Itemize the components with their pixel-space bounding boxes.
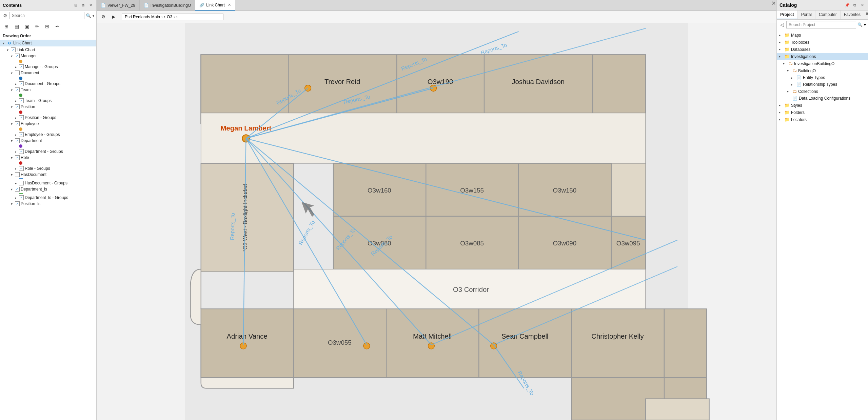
restore-icon[interactable]: ⧉: [80, 2, 86, 8]
catalog-pin-icon[interactable]: 📌: [844, 2, 850, 8]
tab-close-icon[interactable]: ✕: [228, 3, 231, 7]
tree-row-team-groups[interactable]: ▸ ✓ Team - Groups: [0, 98, 96, 104]
tree-row-department-groups[interactable]: ▸ ✓ Department - Groups: [0, 148, 96, 155]
catalog-item-styles[interactable]: ▸ 📁 Styles: [777, 102, 868, 109]
tool-sketch-icon[interactable]: ✒: [53, 22, 62, 31]
checkbox-manager-groups[interactable]: ✓: [19, 64, 24, 69]
expand-collections: ▸: [787, 89, 791, 93]
catalog-item-entity-types[interactable]: ▸ 📄 Entity Types: [777, 74, 868, 81]
catalog-dropdown-icon[interactable]: ▾: [864, 22, 866, 27]
tab-viewer-fw29-label: Viewer_FW_29: [107, 3, 135, 8]
search-icon[interactable]: 🔍: [86, 13, 91, 18]
window-close-icon[interactable]: ✕: [770, 0, 776, 6]
tree-row-department[interactable]: ▾ ✓ Department: [0, 138, 96, 144]
folder-collections-icon: 🗂: [792, 89, 797, 94]
catalog-item-toolboxes[interactable]: ▸ 📁 Toolboxes: [777, 39, 868, 46]
checkbox-employee-groups[interactable]: ✓: [19, 132, 24, 137]
tree-row-employee-groups[interactable]: ▸ ✓ Employee - Groups: [0, 132, 96, 138]
tree-item-root: ▾ ⚙ Link Chart ▾ ✓ Link Chart ▾ ✓ Manage…: [0, 39, 96, 207]
checkbox-document[interactable]: [15, 71, 20, 75]
label-joshua: Joshua Davidson: [512, 78, 565, 85]
catalog-item-maps[interactable]: ▸ 📁 Maps: [777, 32, 868, 39]
search-input[interactable]: [9, 12, 84, 19]
catalog-item-data-loading[interactable]: 📄 Data Loading Configurations: [777, 95, 868, 102]
checkbox-position-ls[interactable]: ✓: [15, 201, 20, 206]
checkbox-team-groups[interactable]: ✓: [19, 98, 24, 103]
tree-row-employee[interactable]: ▾ ✓ Employee: [0, 121, 96, 127]
tab-viewer-fw29[interactable]: 📄 Viewer_FW_29: [97, 0, 140, 11]
tool-edit-icon[interactable]: ✏: [33, 22, 41, 31]
catalog-item-investigation-building0[interactable]: ▾ 🗂 InvestigationBuildingO: [777, 60, 868, 67]
tool-select-icon[interactable]: ▣: [22, 22, 31, 31]
tree-row-manager-groups[interactable]: ▸ ✓ Manager - Groups: [0, 64, 96, 70]
expand-toolboxes: ▸: [779, 40, 783, 44]
tool-zoom-icon[interactable]: ⊞: [2, 22, 11, 31]
checkbox-role-groups[interactable]: ✓: [19, 166, 24, 171]
tree-row-department-ls[interactable]: ▾ ✓ Department_ls: [0, 186, 96, 192]
checkbox-hasdocument[interactable]: [15, 172, 20, 177]
tree-row-deptls-groups[interactable]: ▸ ✓ Department_ls - Groups: [0, 195, 96, 201]
tool-grid-icon[interactable]: ⊞: [43, 22, 52, 31]
tree-row-document[interactable]: ▾ Document: [0, 70, 96, 76]
tree-row-position-groups[interactable]: ▸ ✓ Position - Groups: [0, 115, 96, 121]
tree-row-role-groups[interactable]: ▸ ✓ Role - Groups: [0, 165, 96, 172]
tree-row-document-groups[interactable]: ▸ ✓ Document - Groups: [0, 81, 96, 87]
catalog-tab-computer[interactable]: Computer: [815, 11, 841, 19]
checkbox-linkchart[interactable]: ✓: [11, 47, 16, 52]
catalog-back-icon[interactable]: ◁: [779, 22, 785, 28]
tree-row-team[interactable]: ▾ ✓ Team: [0, 87, 96, 93]
catalog-item-databases[interactable]: ▸ 📁 Databases: [777, 46, 868, 53]
expand-arrow-department: ▾: [11, 139, 15, 143]
catalog-item-investigations[interactable]: ▾ 📁 Investigations: [777, 53, 868, 60]
tree-row-manager[interactable]: ▾ ✓ Manager: [0, 53, 96, 59]
tool-layer-icon[interactable]: ▤: [12, 22, 21, 31]
catalog-close-icon[interactable]: ✕: [859, 2, 865, 8]
catalog-item-relationship-types[interactable]: ▸ 📄 Relationship Types: [777, 81, 868, 88]
close-icon[interactable]: ✕: [87, 2, 94, 8]
catalog-restore-icon[interactable]: ⧉: [852, 2, 858, 8]
checkbox-department[interactable]: ✓: [15, 138, 20, 143]
catalog-search-input[interactable]: [786, 21, 856, 28]
checkbox-employee[interactable]: ✓: [15, 121, 20, 126]
catalog-tab-portal[interactable]: Portal: [798, 11, 815, 19]
checkbox-position-groups[interactable]: ✓: [19, 115, 24, 120]
checkbox-deptls-groups[interactable]: ✓: [19, 195, 24, 200]
tab-bar: 📄 Viewer_FW_29 📄 InvestigationBuildingO …: [97, 0, 776, 11]
tree-item-linkchart-root[interactable]: ▾ ⚙ Link Chart: [0, 40, 96, 46]
checkbox-position[interactable]: ✓: [15, 104, 20, 109]
checkbox-document-groups[interactable]: ✓: [19, 81, 24, 86]
tree-label-deptls-groups: Department_ls - Groups: [25, 195, 68, 200]
play-tool-btn[interactable]: ▶: [109, 13, 118, 21]
checkbox-manager[interactable]: ✓: [15, 54, 20, 58]
checkbox-team[interactable]: ✓: [15, 87, 20, 92]
catalog-item-collections[interactable]: ▸ 🗂 Collections: [777, 88, 868, 95]
checkbox-department-groups[interactable]: ✓: [19, 149, 24, 154]
collapse-icon[interactable]: ⊟: [73, 2, 79, 8]
tree-row-linkchart[interactable]: ▾ ✓ Link Chart: [0, 47, 96, 53]
tab-link-chart[interactable]: 🔗 Link Chart ✕: [195, 0, 235, 11]
expand-arrow-posls: ▾: [11, 202, 15, 206]
catalog-search-icon[interactable]: 🔍: [857, 22, 863, 27]
filter-tool-btn[interactable]: ⚙: [99, 13, 108, 21]
catalog-tab-settings-icon[interactable]: ⊞: [864, 11, 868, 17]
tree-row-position[interactable]: ▾ ✓ Position: [0, 104, 96, 110]
dropdown-icon[interactable]: ▾: [93, 14, 94, 18]
checkbox-department-ls[interactable]: ✓: [15, 187, 20, 192]
dot-employee: [19, 127, 22, 131]
checkbox-hasdocument-groups[interactable]: [19, 181, 24, 185]
tree-row-hasdocument-groups[interactable]: ▸ HasDocument - Groups: [0, 180, 96, 186]
tab-investigation-building0[interactable]: 📄 InvestigationBuildingO: [140, 0, 195, 11]
catalog-item-locators[interactable]: ▸ 📁 Locators: [777, 116, 868, 123]
catalog-tab-favorites[interactable]: Favorites: [841, 11, 864, 19]
tree-row-hasdocument[interactable]: ▾ HasDocument: [0, 172, 96, 178]
filter-icon[interactable]: ⚙: [2, 13, 8, 19]
tree-row-role[interactable]: ▾ ✓ Role: [0, 155, 96, 161]
breadcrumb-next-icon[interactable]: ›: [164, 15, 165, 19]
catalog-item-folders[interactable]: ▸ 📁 Folders: [777, 109, 868, 116]
catalog-item-building0[interactable]: ▾ 🗂 BuildingO: [777, 67, 868, 74]
catalog-tab-project[interactable]: Project: [777, 11, 798, 19]
tree-row-position-ls[interactable]: ▾ ✓ Position_ls: [0, 201, 96, 207]
checkbox-role[interactable]: ✓: [15, 155, 20, 160]
expand-arrow: ▸: [15, 133, 19, 137]
breadcrumb-more-icon[interactable]: ›: [176, 15, 178, 19]
